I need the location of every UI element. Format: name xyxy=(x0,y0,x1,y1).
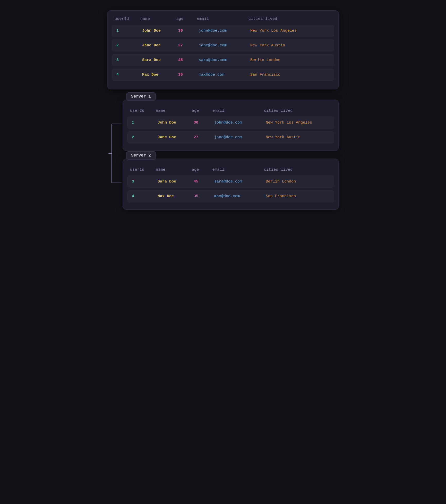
cell-age: 27 xyxy=(177,42,197,49)
s2-header-name: name xyxy=(156,168,192,172)
table-row: 4Max Doe35max@doe.comSan Francisco xyxy=(112,69,334,81)
cell-name: John Doe xyxy=(141,28,177,34)
cell-age: 30 xyxy=(177,28,197,34)
cell-age: 45 xyxy=(192,178,213,185)
table-row: 3Sara Doe45sara@doe.comBerlin London xyxy=(127,176,334,188)
cell-id: 1 xyxy=(130,119,156,126)
cell-age: 45 xyxy=(177,57,197,63)
header-userid: userId xyxy=(115,17,140,21)
cell-id: 3 xyxy=(115,57,141,63)
cell-name: John Doe xyxy=(156,119,192,126)
s2-header-userid: userId xyxy=(130,168,156,172)
cell-email: sara@doe.com xyxy=(213,178,264,185)
header-email: email xyxy=(197,17,248,21)
cell-email: john@doe.com xyxy=(213,119,264,126)
server1-header: userId name age email cities_lived xyxy=(127,107,334,117)
cell-id: 2 xyxy=(130,134,156,141)
cell-email: max@doe.com xyxy=(197,72,249,78)
server2-label: Server 2 xyxy=(126,151,156,160)
cell-cities: New York Los Angeles xyxy=(249,28,331,34)
header-age: age xyxy=(176,17,197,21)
bracket-svg xyxy=(107,97,123,210)
cell-name: Max Doe xyxy=(156,193,192,199)
s1-header-email: email xyxy=(212,109,264,113)
table-row: 2Jane Doe27jane@doe.comNew York Austin xyxy=(112,39,334,51)
s2-header-email: email xyxy=(212,168,264,172)
header-cities: cities_lived xyxy=(248,17,331,21)
cell-age: 30 xyxy=(192,119,213,126)
cell-cities: San Francisco xyxy=(249,72,331,78)
bracket xyxy=(107,97,123,210)
server1-wrapper: Server 1 userId name age email cities_li… xyxy=(123,97,339,151)
cell-id: 2 xyxy=(115,42,141,49)
s1-header-userid: userId xyxy=(130,109,156,113)
header-name: name xyxy=(140,17,176,21)
cell-cities: Berlin London xyxy=(249,57,331,63)
cell-name: Jane Doe xyxy=(141,42,177,49)
cell-cities: New York Los Angeles xyxy=(264,119,331,126)
cell-cities: New York Austin xyxy=(264,134,331,141)
cell-cities: New York Austin xyxy=(249,42,331,49)
cell-id: 3 xyxy=(130,178,156,185)
main-table: userId name age email cities_lived 1John… xyxy=(107,10,339,89)
s2-header-cities: cities_lived xyxy=(264,168,331,172)
server1-label: Server 1 xyxy=(126,92,156,101)
page-wrapper: userId name age email cities_lived 1John… xyxy=(107,10,339,210)
main-table-body: 1John Doe30john@doe.comNew York Los Ange… xyxy=(112,25,334,81)
cell-name: Sara Doe xyxy=(141,57,177,63)
cell-email: jane@doe.com xyxy=(197,42,249,49)
cell-age: 27 xyxy=(192,134,213,141)
cell-email: jane@doe.com xyxy=(213,134,264,141)
cell-id: 4 xyxy=(115,72,141,78)
server2-wrapper: Server 2 userId name age email cities_li… xyxy=(123,156,339,210)
cell-email: john@doe.com xyxy=(197,28,249,34)
cell-age: 35 xyxy=(192,193,213,199)
table-row: 3Sara Doe45sara@doe.comBerlin London xyxy=(112,54,334,66)
s2-header-age: age xyxy=(192,168,212,172)
svg-marker-4 xyxy=(108,152,110,154)
cell-name: Jane Doe xyxy=(156,134,192,141)
cell-email: max@doe.com xyxy=(213,193,264,199)
table-row: 1John Doe30john@doe.comNew York Los Ange… xyxy=(112,25,334,37)
cell-name: Max Doe xyxy=(141,72,177,78)
server1-body: 1John Doe30john@doe.comNew York Los Ange… xyxy=(127,117,334,143)
server-tables: Server 1 userId name age email cities_li… xyxy=(123,97,339,210)
s1-header-cities: cities_lived xyxy=(264,109,331,113)
s1-header-name: name xyxy=(156,109,192,113)
server2-header: userId name age email cities_lived xyxy=(127,166,334,176)
server2-table: userId name age email cities_lived 3Sara… xyxy=(123,159,339,210)
server2-body: 3Sara Doe45sara@doe.comBerlin London4Max… xyxy=(127,176,334,202)
table-row: 4Max Doe35max@doe.comSan Francisco xyxy=(127,190,334,202)
cell-cities: San Francisco xyxy=(264,193,331,199)
cell-cities: Berlin London xyxy=(264,178,331,185)
cell-email: sara@doe.com xyxy=(197,57,249,63)
main-table-header: userId name age email cities_lived xyxy=(112,15,334,25)
s1-header-age: age xyxy=(192,109,212,113)
split-section: Server 1 userId name age email cities_li… xyxy=(107,97,339,210)
cell-age: 35 xyxy=(177,72,197,78)
cell-id: 4 xyxy=(130,193,156,199)
cell-name: Sara Doe xyxy=(156,178,192,185)
table-row: 2Jane Doe27jane@doe.comNew York Austin xyxy=(127,131,334,143)
cell-id: 1 xyxy=(115,28,141,34)
table-row: 1John Doe30john@doe.comNew York Los Ange… xyxy=(127,117,334,129)
server1-table: userId name age email cities_lived 1John… xyxy=(123,100,339,151)
